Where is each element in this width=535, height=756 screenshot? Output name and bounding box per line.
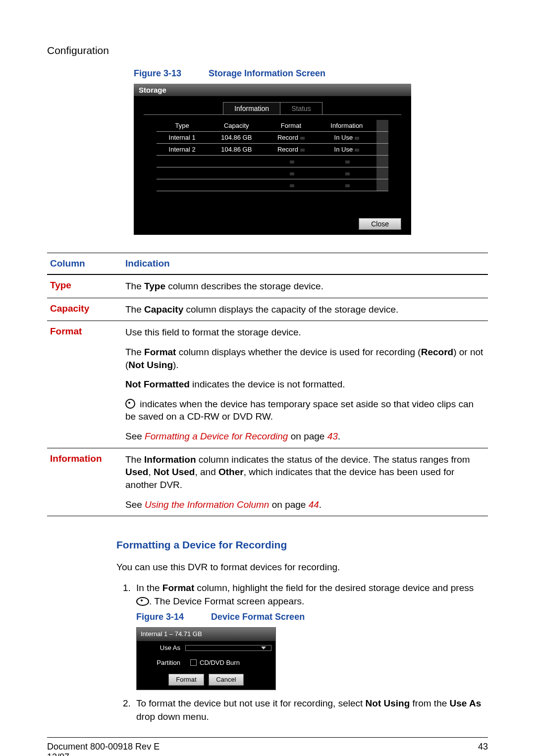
figure-3-13-caption: Figure 3-13 Storage Information Screen — [134, 68, 488, 79]
table-row: Internal 1 104.86 GB Record In Use — [157, 132, 388, 144]
figure-title: Device Format Screen — [211, 612, 305, 622]
tab-status[interactable]: Status — [280, 102, 322, 114]
chevron-down-icon — [261, 647, 266, 649]
row-capacity-label: Capacity — [47, 298, 122, 321]
row-format-label: Format — [47, 321, 122, 448]
table-row: Internal 2 104.86 GB Record In Use — [157, 144, 388, 156]
dropdown-icon — [300, 137, 305, 140]
intro-paragraph: You can use this DVR to format devices f… — [116, 561, 488, 574]
format-button[interactable]: Format — [168, 674, 204, 686]
storage-info-screenshot: Storage Information Status Type Capacity… — [134, 84, 411, 235]
storage-table: Type Capacity Format Information Interna… — [157, 120, 388, 191]
section-heading: Configuration — [47, 45, 488, 56]
row-information-desc: The Information column indicates the sta… — [122, 448, 488, 516]
dropdown-icon — [355, 149, 359, 152]
enter-icon — [136, 597, 149, 606]
partition-checkbox[interactable]: CD/DVD Burn — [185, 657, 271, 668]
subheading-formatting: Formatting a Device for Recording — [116, 539, 488, 551]
row-type-label: Type — [47, 274, 122, 298]
device-format-screenshot: Internal 1 – 74.71 GB Use As Partition C… — [136, 627, 276, 690]
figure-title: Storage Information Screen — [209, 68, 325, 78]
link-using-information-column[interactable]: Using the Information Column — [145, 499, 269, 510]
step-1: In the Format column, highlight the fiel… — [133, 582, 488, 690]
row-type-desc: The Type column describes the storage de… — [122, 274, 488, 298]
close-button[interactable]: Close — [359, 218, 401, 230]
header-indication: Indication — [122, 253, 488, 275]
header-column: Column — [47, 253, 122, 275]
step-2: To format the device but not use it for … — [133, 697, 488, 723]
link-formatting-device[interactable]: Formatting a Device for Recording — [145, 431, 288, 441]
steps-list: In the Format column, highlight the fiel… — [116, 582, 488, 723]
col-information: Information — [317, 120, 376, 132]
figure-number: Figure 3-13 — [134, 68, 181, 78]
footer-doc: Document 800-00918 Rev E — [47, 742, 160, 752]
row-format-desc: Use this field to format the storage dev… — [122, 321, 488, 448]
window-title: Storage — [134, 84, 411, 96]
dropdown-icon — [355, 137, 359, 140]
row-capacity-desc: The Capacity column displays the capacit… — [122, 298, 488, 321]
footer-date: 12/07 — [47, 752, 160, 756]
col-type: Type — [157, 120, 208, 132]
column-indication-table: Column Indication Type The Type column d… — [47, 253, 488, 516]
checkbox-icon — [190, 659, 197, 666]
row-information-label: Information — [47, 448, 122, 516]
partition-label: Partition — [141, 658, 185, 667]
device-format-title: Internal 1 – 74.71 GB — [137, 628, 275, 641]
cancel-button[interactable]: Cancel — [209, 674, 243, 686]
figure-number: Figure 3-14 — [136, 612, 184, 622]
page-footer: Document 800-00918 Rev E 12/07 43 — [47, 737, 488, 756]
tab-information[interactable]: Information — [223, 102, 280, 114]
disc-icon — [125, 399, 135, 409]
use-as-dropdown[interactable] — [185, 645, 271, 651]
dropdown-icon — [300, 149, 305, 152]
footer-page: 43 — [478, 742, 488, 756]
tab-bar: Information Status — [144, 102, 401, 115]
col-format: Format — [265, 120, 317, 132]
figure-3-14-caption: Figure 3-14 Device Format Screen — [136, 611, 488, 623]
use-as-label: Use As — [141, 644, 185, 652]
col-capacity: Capacity — [208, 120, 265, 132]
